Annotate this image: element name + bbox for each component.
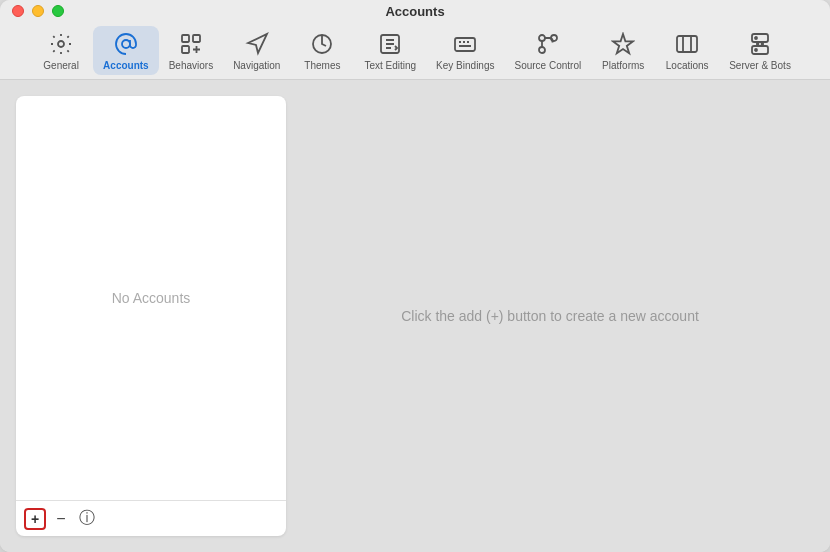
toolbar-item-accounts[interactable]: Accounts [93,26,159,75]
source-control-icon [534,30,562,58]
at-icon [112,30,140,58]
locations-icon [673,30,701,58]
server-bots-icon [746,30,774,58]
window-controls [12,5,64,17]
accounts-detail-panel: Click the add (+) button to create a new… [286,96,814,536]
no-accounts-label: No Accounts [112,290,191,306]
toolbar-item-general[interactable]: General [29,26,93,75]
behaviors-icon [177,30,205,58]
toolbar-item-key-bindings[interactable]: Key Bindings [426,26,504,75]
remove-icon: − [56,510,65,528]
platforms-icon [609,30,637,58]
toolbar-label-platforms: Platforms [602,60,644,71]
svg-rect-3 [193,35,200,42]
toolbar-item-text-editing[interactable]: Text Editing [354,26,426,75]
navigation-icon [243,30,271,58]
main-window: Accounts General [0,0,830,552]
svg-point-17 [758,42,762,46]
svg-rect-2 [182,35,189,42]
add-icon: + [31,511,39,527]
toolbar-label-themes: Themes [304,60,340,71]
toolbar-item-server-bots[interactable]: Server & Bots [719,26,801,75]
toolbar-label-navigation: Navigation [233,60,280,71]
titlebar-top: Accounts [0,0,830,22]
close-button[interactable] [12,5,24,17]
info-icon: ⓘ [79,508,95,529]
toolbar-item-locations[interactable]: Locations [655,26,719,75]
toolbar-item-themes[interactable]: Themes [290,26,354,75]
toolbar-label-behaviors: Behaviors [169,60,213,71]
svg-rect-12 [677,36,697,52]
svg-rect-4 [182,46,189,53]
key-bindings-icon [451,30,479,58]
info-account-button[interactable]: ⓘ [76,508,98,530]
accounts-list-footer: + − ⓘ [16,500,286,536]
text-editing-icon [376,30,404,58]
toolbar: General Accounts [21,22,809,79]
accounts-list-panel: No Accounts + − ⓘ [16,96,286,536]
content-area: No Accounts + − ⓘ Click the add (+) butt… [0,80,830,552]
toolbar-item-platforms[interactable]: Platforms [591,26,655,75]
svg-point-9 [539,47,545,53]
svg-point-11 [539,35,545,41]
svg-point-1 [122,40,130,48]
svg-rect-8 [455,38,475,51]
toolbar-item-source-control[interactable]: Source Control [504,26,591,75]
toolbar-label-general: General [43,60,79,71]
accounts-list-empty: No Accounts [16,96,286,500]
svg-point-16 [755,49,757,51]
gear-icon [47,30,75,58]
add-account-hint: Click the add (+) button to create a new… [401,308,699,324]
svg-point-0 [58,41,64,47]
titlebar: Accounts General [0,0,830,80]
svg-marker-5 [248,34,267,53]
window-title: Accounts [385,4,444,19]
remove-account-button[interactable]: − [50,508,72,530]
toolbar-label-accounts: Accounts [103,60,149,71]
maximize-button[interactable] [52,5,64,17]
toolbar-label-locations: Locations [666,60,709,71]
toolbar-label-key-bindings: Key Bindings [436,60,494,71]
add-account-button[interactable]: + [24,508,46,530]
svg-point-15 [755,37,757,39]
toolbar-item-behaviors[interactable]: Behaviors [159,26,223,75]
toolbar-label-text-editing: Text Editing [364,60,416,71]
toolbar-label-server-bots: Server & Bots [729,60,791,71]
minimize-button[interactable] [32,5,44,17]
toolbar-label-source-control: Source Control [514,60,581,71]
toolbar-item-navigation[interactable]: Navigation [223,26,290,75]
themes-icon [308,30,336,58]
